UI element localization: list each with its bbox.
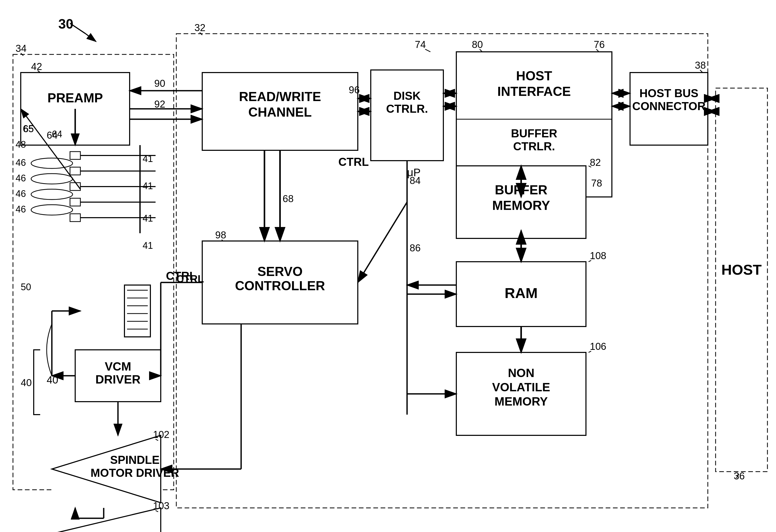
servo-ctrl-label: SERVO (257, 264, 303, 279)
ref-103-label: 103 (153, 500, 169, 511)
svg-point-59 (31, 205, 72, 215)
svg-rect-45 (70, 167, 80, 175)
ref-41a-label: 41 (143, 154, 153, 164)
nvm-label3: MEMORY (495, 394, 548, 408)
vcm-driver-label2: DRIVER (95, 372, 141, 386)
servo-ctrl-label2: CONTROLLER (235, 279, 325, 293)
rw-channel-label: READ/WRITE (239, 89, 321, 104)
buffer-ctrlr-label: BUFFER (511, 127, 557, 140)
ref-42-label: 42 (31, 61, 42, 72)
nvm-label: NON (508, 366, 534, 379)
ref-41c-label: 41 (143, 213, 153, 224)
preamp-label: PREAMP (47, 91, 103, 105)
ref-41b-label: 41 (143, 181, 153, 191)
svg-point-57 (31, 174, 72, 184)
ref-46a-label: 46 (16, 157, 26, 168)
ref-48-label: 48 (16, 139, 26, 150)
ref-40: 40 (21, 377, 32, 388)
diagram-svg: 30 34 32 36 PREAMP 42 READ/WRITE CHANNEL… (0, 0, 776, 532)
svg-line-19 (425, 49, 430, 52)
ref-38-label: 38 (695, 60, 706, 71)
svg-rect-16 (371, 70, 443, 161)
svg-line-74 (358, 202, 407, 282)
ref-34-label: 34 (16, 43, 26, 54)
ref-65: 65 (23, 123, 34, 134)
ref-41d-label: 41 (143, 240, 153, 251)
svg-point-58 (31, 189, 72, 200)
ref-74-label: 74 (415, 39, 426, 50)
spindle-label: SPINDLE (110, 454, 160, 466)
host-interface-label: HOST (516, 69, 552, 83)
svg-point-56 (31, 158, 72, 169)
ref-50-label: 50 (21, 282, 31, 292)
rw-channel-label2: CHANNEL (248, 105, 312, 119)
ref-46d-label: 46 (16, 204, 26, 215)
vcm-driver-label: VCM (105, 360, 131, 373)
ref-46c-label: 46 (16, 188, 26, 199)
ctrl-label-3: CTRL (176, 273, 204, 285)
ref-92-label: 92 (154, 99, 165, 109)
svg-marker-36 (52, 508, 161, 532)
ref-98-label: 98 (215, 230, 226, 241)
ref-68-label: 68 (282, 193, 294, 204)
svg-rect-28 (456, 352, 586, 435)
host-bus-connector-label: HOST BUS (639, 87, 698, 99)
spindle-label2: MOTOR DRIVER (90, 467, 179, 479)
ref-36-label: 36 (734, 471, 745, 482)
svg-rect-11 (716, 88, 767, 472)
buffer-ctrlr-label2: CTRLR. (513, 140, 555, 153)
ref-86-label: 86 (410, 243, 420, 253)
disk-ctrlr-label2: CTRLR. (386, 102, 428, 115)
ref-84-label: 84 (410, 175, 420, 186)
ref-64: 64 (47, 130, 57, 141)
host-label: HOST (721, 261, 762, 278)
ref-106-label: 106 (590, 341, 606, 352)
ref-78-label: 78 (591, 178, 602, 189)
host-interface-label2: INTERFACE (497, 84, 571, 99)
ref-108-label: 108 (590, 250, 606, 261)
svg-rect-44 (70, 152, 80, 160)
ref-80-label: 80 (472, 39, 483, 50)
ref-102-label: 102 (153, 429, 169, 440)
ram-label: RAM (505, 285, 538, 301)
ref-46b-label: 46 (16, 173, 26, 184)
host-bus-connector-label2: CONNECTOR (632, 100, 706, 112)
ctrl-label-1: CTRL (338, 156, 369, 168)
buffer-memory-label2: MEMORY (492, 198, 550, 213)
nvm-label2: VOLATILE (492, 380, 550, 394)
svg-line-6 (85, 34, 96, 41)
ref-32-label: 32 (194, 22, 205, 33)
svg-rect-48 (70, 214, 80, 222)
svg-rect-47 (70, 198, 80, 206)
ref-76-label: 76 (594, 39, 605, 50)
disk-ctrlr-label: DISK (393, 89, 420, 102)
ref-82-label: 82 (590, 157, 601, 168)
ref-96-label: 96 (349, 84, 360, 95)
ref-90-label: 90 (154, 78, 165, 89)
